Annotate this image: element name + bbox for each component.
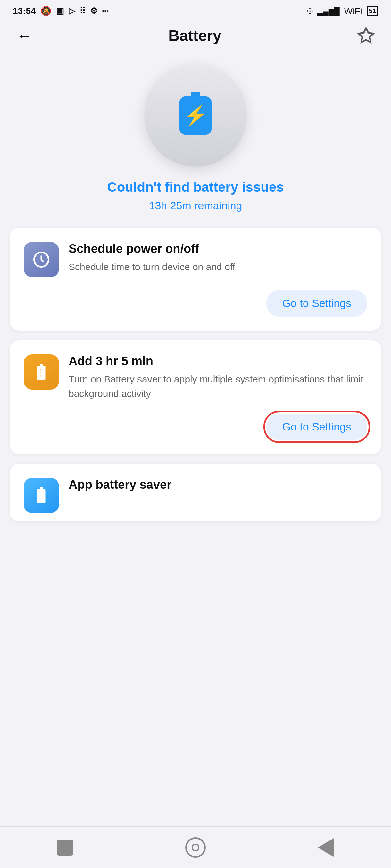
back-nav-button[interactable] [313,835,339,860]
hero-subtitle: 13h 25m remaining [149,199,242,212]
card-content-2: Add 3 hr 5 min Turn on Battery saver to … [24,354,367,401]
circle-icon [185,837,206,858]
grid-icon: ⠿ [80,6,86,16]
card-title-1: Schedule power on/off [68,242,367,256]
card-text-partial: App battery saver [68,478,367,495]
battery-status: 51 [367,6,378,16]
card-title-partial: App battery saver [68,478,367,492]
card-content-1: Schedule power on/off Schedule time to t… [24,242,367,277]
card-text-2: Add 3 hr 5 min Turn on Battery saver to … [68,354,367,401]
hero-circle: ⚡ [144,64,247,167]
nfc-icon: ▣ [56,6,64,16]
cards-container: Schedule power on/off Schedule time to t… [0,228,391,521]
card-desc-1: Schedule time to turn device on and off [68,259,367,274]
settings-icon-button[interactable] [357,27,375,44]
app-battery-saver-card: App battery saver [9,464,381,521]
recent-apps-button[interactable] [52,835,78,860]
battery-plus-icon-svg [32,362,51,381]
top-nav: ← Battery [0,20,391,52]
bottom-nav [0,827,391,868]
status-left: 13:54 🔕 ▣ ▷ ⠿ ⚙ ··· [13,6,109,16]
status-bar: 13:54 🔕 ▣ ▷ ⠿ ⚙ ··· ® ▂▄▆█ WiFi 51 [0,0,391,20]
status-right: ® ▂▄▆█ WiFi 51 [307,6,378,16]
battery-saver-card: Add 3 hr 5 min Turn on Battery saver to … [9,340,381,454]
card-text-1: Schedule power on/off Schedule time to t… [68,242,367,274]
hero-section: ⚡ Couldn't find battery issues 13h 25m r… [0,52,391,228]
go-to-settings-button-2[interactable]: Go to Settings [266,413,367,440]
dots-icon: ··· [102,6,109,16]
home-button[interactable] [183,835,208,860]
square-icon [57,839,73,856]
card-content-partial: App battery saver [24,478,367,513]
schedule-power-card: Schedule power on/off Schedule time to t… [9,228,381,331]
svg-marker-0 [359,28,374,42]
card-action-1: Go to Settings [24,290,367,316]
registered-icon: ® [307,7,313,16]
lightning-icon: ⚡ [184,106,208,125]
card-title-2: Add 3 hr 5 min [68,354,367,368]
circle-inner-icon [192,844,199,851]
triangle-icon [317,838,334,857]
card-action-2: Go to Settings [24,413,367,440]
play-icon: ▷ [68,6,75,16]
battery-hero-icon: ⚡ [179,96,212,135]
mute-icon: 🔕 [40,6,52,16]
schedule-power-icon [24,242,59,277]
card-desc-2: Turn on Battery saver to apply multiple … [68,372,367,401]
power-icon-svg [32,250,51,269]
go-to-settings-button-1[interactable]: Go to Settings [266,290,367,316]
signal-icon: ▂▄▆█ [317,7,340,16]
gear-icon: ⚙ [90,6,97,16]
back-button[interactable]: ← [16,26,33,45]
app-battery-icon [24,478,59,513]
battery-saver-icon [24,354,59,390]
page-title: Battery [168,27,221,44]
wifi-icon: WiFi [344,6,362,16]
hero-title: Couldn't find battery issues [107,180,284,195]
time-display: 13:54 [13,6,36,16]
app-battery-svg [32,486,51,505]
